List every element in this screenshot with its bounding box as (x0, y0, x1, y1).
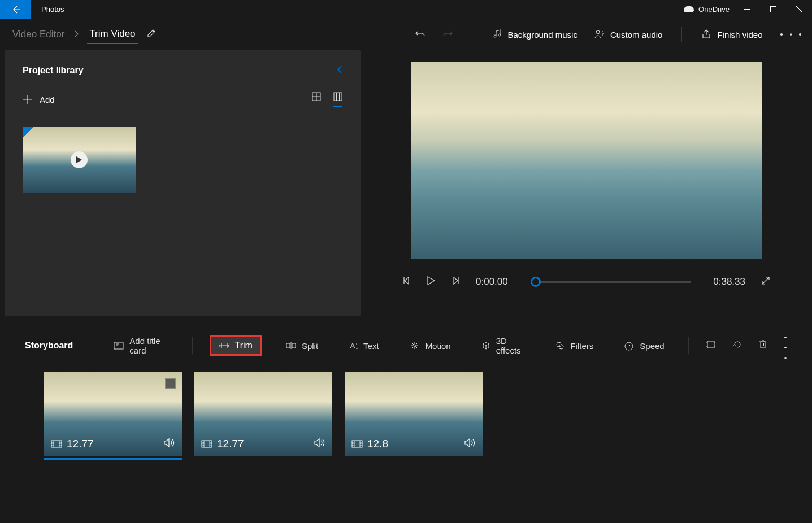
fullscreen-button[interactable] (761, 276, 770, 287)
clip-volume-button[interactable] (314, 438, 325, 450)
trim-label: Trim (235, 341, 253, 351)
clip-duration: 12.77 (67, 438, 94, 450)
storyboard-clip[interactable]: 12.77 (194, 372, 332, 456)
film-icon (351, 440, 363, 448)
person-audio-icon (594, 29, 605, 40)
redo-icon (442, 29, 453, 40)
library-clip-thumbnail[interactable] (23, 127, 136, 193)
volume-icon (314, 438, 325, 447)
3d-effects-label: 3D effects (496, 336, 526, 355)
svg-rect-11 (707, 341, 714, 348)
pencil-icon (147, 29, 156, 38)
filters-button[interactable]: Filters (549, 337, 600, 355)
breadcrumb-trim-video[interactable]: Trim Video (87, 25, 137, 44)
main-area: Project library Add (0, 50, 812, 316)
clip-volume-button[interactable] (164, 438, 175, 450)
video-preview[interactable] (411, 62, 762, 259)
previous-frame-button[interactable] (402, 276, 411, 287)
film-icon (201, 440, 212, 448)
export-icon (701, 29, 711, 40)
split-button[interactable]: Split (279, 337, 325, 355)
total-time: 0:38.33 (713, 276, 745, 287)
finish-video-label: Finish video (717, 30, 762, 40)
more-button[interactable] (780, 33, 802, 36)
filters-icon (555, 341, 565, 350)
clip-select-checkbox[interactable] (165, 378, 176, 389)
player-controls: 0:00.00 0:38.33 (392, 276, 780, 287)
effects-icon (481, 341, 490, 350)
background-music-label: Background music (507, 30, 577, 40)
storyboard-panel: Storyboard Add title card Trim Split Tex… (0, 325, 812, 464)
maximize-button[interactable] (760, 0, 786, 19)
next-frame-button[interactable] (451, 276, 460, 287)
text-button[interactable]: Text (342, 337, 386, 355)
background-music-button[interactable]: Background music (492, 29, 577, 40)
more-icon (784, 337, 787, 339)
expand-icon (761, 276, 770, 285)
storyboard-clip[interactable]: 12.77 (44, 372, 182, 456)
small-grid-view-button[interactable] (333, 92, 342, 107)
play-button[interactable] (427, 276, 435, 287)
back-button[interactable] (0, 0, 31, 19)
add-title-card-button[interactable]: Add title card (107, 332, 175, 360)
undo-button[interactable] (415, 29, 425, 40)
trim-button[interactable]: Trim (210, 335, 262, 356)
breadcrumb-video-editor[interactable]: Video Editor (10, 25, 67, 43)
music-icon (492, 29, 502, 40)
svg-rect-4 (114, 342, 123, 349)
storyboard-toolbar: Storyboard Add title card Trim Split Tex… (25, 333, 787, 359)
speed-icon (624, 341, 634, 350)
motion-icon (410, 341, 420, 350)
grid-large-icon (312, 92, 321, 101)
rotate-icon (733, 340, 742, 349)
edit-name-button[interactable] (147, 29, 156, 40)
titlebar: Photos OneDrive (0, 0, 812, 19)
split-label: Split (302, 341, 318, 351)
minimize-button[interactable] (734, 0, 760, 19)
grid-small-icon (333, 92, 342, 101)
chevron-left-icon (337, 65, 342, 74)
trash-icon (759, 340, 767, 349)
arrow-left-icon (11, 5, 20, 14)
3d-effects-button[interactable]: 3D effects (475, 332, 532, 360)
motion-button[interactable]: Motion (403, 337, 458, 355)
play-overlay-icon (71, 151, 88, 168)
svg-rect-5 (286, 343, 290, 348)
storyboard-more-button[interactable] (784, 330, 788, 361)
svg-rect-0 (770, 7, 776, 12)
seek-handle[interactable] (531, 277, 541, 287)
custom-audio-button[interactable]: Custom audio (594, 29, 663, 40)
rotate-button[interactable] (733, 340, 742, 351)
speed-button[interactable]: Speed (617, 337, 671, 355)
resize-icon (706, 341, 716, 348)
clip-volume-button[interactable] (464, 438, 476, 450)
seek-slider[interactable] (531, 281, 691, 283)
collapse-library-button[interactable] (337, 65, 342, 76)
prev-frame-icon (402, 276, 411, 285)
play-icon (427, 276, 435, 285)
large-grid-view-button[interactable] (312, 92, 321, 107)
filters-label: Filters (570, 341, 593, 351)
close-button[interactable] (786, 0, 812, 19)
custom-audio-label: Custom audio (610, 30, 663, 40)
delete-button[interactable] (759, 340, 767, 351)
finish-video-button[interactable]: Finish video (701, 29, 762, 40)
trim-icon (219, 342, 229, 350)
current-time: 0:00.00 (476, 276, 508, 287)
undo-icon (415, 29, 425, 40)
plus-icon (23, 94, 33, 104)
split-icon (286, 342, 296, 350)
add-media-button[interactable]: Add (23, 94, 55, 104)
onedrive-label: OneDrive (698, 5, 730, 14)
next-frame-icon (451, 276, 460, 285)
text-label: Text (363, 341, 379, 351)
redo-button[interactable] (442, 29, 453, 40)
chevron-right-icon (71, 29, 82, 40)
breadcrumb-bar: Video Editor Trim Video Background music… (0, 19, 812, 50)
onedrive-status[interactable]: OneDrive (684, 0, 734, 19)
volume-icon (164, 438, 175, 447)
resize-button[interactable] (706, 341, 716, 351)
storyboard-clip[interactable]: 12.8 (345, 372, 483, 456)
motion-label: Motion (425, 341, 451, 351)
project-library-title: Project library (23, 66, 84, 76)
